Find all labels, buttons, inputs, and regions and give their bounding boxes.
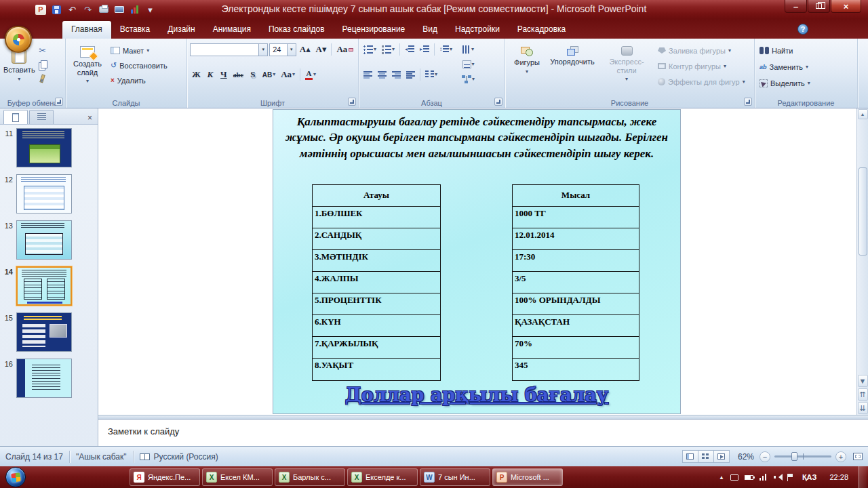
table-cell[interactable]: ҚАЗАҚСТАН xyxy=(513,315,639,337)
new-slide-button[interactable]: Создать слайд ▾ xyxy=(68,42,106,92)
shrink-font-button[interactable]: А▾ xyxy=(314,43,329,56)
shape-effects-button[interactable]: Эффекты для фигур ▾ xyxy=(656,75,747,89)
grow-font-button[interactable]: А▴ xyxy=(298,43,313,56)
tab-review[interactable]: Рецензирование xyxy=(334,21,414,39)
redo-button[interactable]: ↷ xyxy=(83,3,93,16)
taskbar-item-excel-3[interactable]: X Екселде к... xyxy=(347,468,418,486)
shape-outline-button[interactable]: Контур фигуры ▾ xyxy=(656,59,747,73)
zoom-in-button[interactable]: + xyxy=(835,451,846,462)
table-cell[interactable]: 2.САНДЫҚ xyxy=(313,228,440,250)
underline-button[interactable]: Ч xyxy=(218,68,230,81)
taskbar-item-yandex[interactable]: Я Яндекс.Пе... xyxy=(130,468,200,486)
slide-thumbnail-14[interactable]: 14 xyxy=(0,263,98,309)
slide-title-textbox[interactable]: Қалыптастырушы бағалау ретінде сәйкестен… xyxy=(281,114,672,161)
close-button[interactable]: × xyxy=(831,0,861,13)
increase-indent-button[interactable]: ▸ xyxy=(418,43,431,56)
tab-insert[interactable]: Вставка xyxy=(111,21,159,39)
bullets-button[interactable]: ▾ xyxy=(361,43,378,56)
start-button[interactable] xyxy=(5,467,26,487)
line-spacing-button[interactable]: ↕▾ xyxy=(437,43,454,56)
table-header[interactable]: Атауы xyxy=(313,185,440,207)
slide-wordart-title[interactable]: Доллар арқылы бағалау xyxy=(273,384,680,405)
network-icon[interactable] xyxy=(760,474,768,481)
scrollbar-thumb[interactable] xyxy=(859,167,867,256)
columns-button[interactable]: ▾ xyxy=(423,68,439,81)
tab-view[interactable]: Вид xyxy=(414,21,446,39)
tab-home[interactable]: Главная xyxy=(62,21,111,39)
table-cell[interactable]: 7.ҚАРЖЫЛЫҚ xyxy=(313,337,440,359)
language-indicator[interactable]: ҚАЗ xyxy=(800,473,820,481)
minimize-button[interactable]: – xyxy=(785,0,807,13)
pane-close-button[interactable]: × xyxy=(85,112,95,124)
slide-thumbnail-13[interactable]: 13 xyxy=(0,217,98,263)
table-cell[interactable]: 3/5 xyxy=(513,272,639,293)
format-painter-button[interactable] xyxy=(36,72,50,85)
action-center-icon[interactable] xyxy=(787,474,793,481)
taskbar-item-word[interactable]: W 7 сын Ин... xyxy=(420,468,490,486)
slide-thumbnail-15[interactable]: 15 xyxy=(0,309,98,355)
text-direction-button[interactable]: ▾ xyxy=(460,43,477,56)
tab-storyboard[interactable]: Раскадровка xyxy=(509,21,574,39)
table-cell[interactable]: 4.ЖАЛПЫ xyxy=(313,272,440,293)
change-case-button[interactable]: Аа ▾ xyxy=(279,68,297,81)
tab-slideshow[interactable]: Показ слайдов xyxy=(260,21,334,39)
numbering-button[interactable]: ▾ xyxy=(380,43,397,56)
font-color-button[interactable]: А ▾ xyxy=(303,68,318,81)
align-left-button[interactable] xyxy=(361,68,374,81)
table-cell[interactable]: 1.БӨЛШЕК xyxy=(313,207,440,228)
tab-animation[interactable]: Анимация xyxy=(204,21,260,39)
bold-button[interactable]: Ж xyxy=(190,68,203,81)
zoom-slider-thumb[interactable] xyxy=(791,452,797,461)
table-cell[interactable]: 5.ПРОЦЕНТТІК xyxy=(313,293,440,315)
copy-button[interactable] xyxy=(36,58,50,71)
tab-design[interactable]: Дизайн xyxy=(159,21,203,39)
table-cell[interactable]: 8.УАҚЫТ xyxy=(313,359,440,380)
strikethrough-button[interactable]: abc xyxy=(231,68,245,81)
app-icon[interactable]: P xyxy=(35,3,46,16)
previous-slide-button[interactable]: ⇈ xyxy=(858,388,868,401)
shape-fill-button[interactable]: Заливка фигуры ▾ xyxy=(656,43,747,58)
quick-styles-button[interactable]: Экспресс-стили ▾ xyxy=(599,42,654,92)
text-shadow-button[interactable]: S xyxy=(247,68,259,81)
table-cell[interactable]: 345 xyxy=(513,359,639,380)
taskbar-item-excel-2[interactable]: X Барлык с... xyxy=(275,468,345,486)
scroll-up-button[interactable]: ▲ xyxy=(858,109,868,119)
help-icon[interactable]: ? xyxy=(797,24,808,35)
dialog-launcher-icon[interactable] xyxy=(348,98,356,106)
normal-view-button[interactable] xyxy=(682,450,698,463)
scroll-down-button[interactable]: ▼ xyxy=(858,375,868,387)
slideshow-button[interactable] xyxy=(114,3,124,16)
insert-chart-button[interactable] xyxy=(130,3,140,16)
restore-button[interactable] xyxy=(808,0,830,13)
zoom-level[interactable]: 62% xyxy=(738,452,754,462)
taskbar-item-powerpoint[interactable]: P Microsoft ... xyxy=(492,468,563,486)
table-cell[interactable]: 1000 ТГ xyxy=(513,207,639,228)
next-slide-button[interactable]: ⇊ xyxy=(858,402,868,414)
slide-table-examples[interactable]: Мысал 1000 ТГ 12.01.2014 17:30 3/5 100% … xyxy=(512,184,639,381)
hidden-icons-button[interactable]: ▲ xyxy=(719,474,724,481)
shapes-button[interactable]: Фигуры ▾ xyxy=(508,42,546,92)
slide-canvas[interactable]: Қалыптастырушы бағалау ретінде сәйкестен… xyxy=(273,110,680,413)
show-desktop-button[interactable] xyxy=(859,466,867,488)
spellcheck-icon[interactable] xyxy=(140,453,150,460)
clear-formatting-button[interactable]: Аа xyxy=(334,43,355,56)
tab-slides-thumbnails[interactable] xyxy=(3,110,28,124)
reset-slide-button[interactable]: ↺ Восстановить xyxy=(108,58,170,73)
slide-table-names[interactable]: Атауы 1.БӨЛШЕК 2.САНДЫҚ 3.МӘТІНДІК 4.ЖАЛ… xyxy=(312,184,441,381)
select-button[interactable]: Выделить ▾ xyxy=(757,76,854,90)
undo-button[interactable]: ↶ xyxy=(67,3,77,16)
arrange-button[interactable]: Упорядочить xyxy=(547,42,597,92)
table-cell[interactable]: 6.КҮН xyxy=(313,315,440,337)
customize-qat-button[interactable]: ▾ xyxy=(145,3,155,16)
table-cell[interactable]: 17:30 xyxy=(513,250,639,272)
save-button[interactable] xyxy=(52,3,62,16)
table-cell[interactable]: 12.01.2014 xyxy=(513,228,639,250)
align-right-button[interactable] xyxy=(390,68,403,81)
align-text-button[interactable]: ▾ xyxy=(460,58,477,71)
zoom-slider[interactable] xyxy=(774,455,831,458)
battery-icon[interactable] xyxy=(745,475,753,480)
slide-thumbnail-12[interactable]: 12 xyxy=(0,171,98,217)
vertical-scrollbar[interactable]: ▲ ▼ ⇈ ⇊ xyxy=(856,108,868,415)
replace-button[interactable]: ab Заменить ▾ xyxy=(757,60,854,74)
table-cell[interactable]: 100% ОРЫНДАЛДЫ xyxy=(513,293,639,315)
